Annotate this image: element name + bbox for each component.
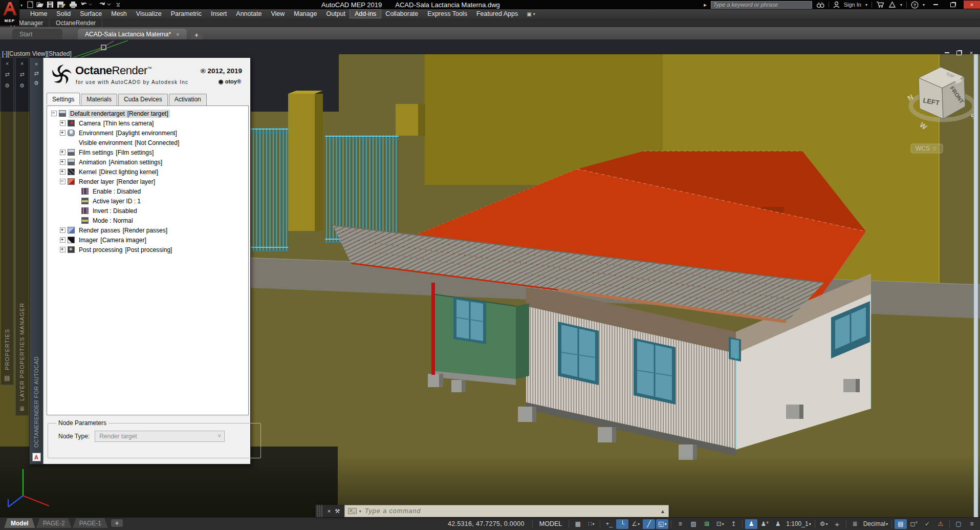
layout-tab-model[interactable]: Model [4,518,35,528]
clean-screen-button[interactable]: ▢ [952,519,965,529]
tree-item-mode[interactable]: Mode : Normal [47,216,248,225]
render-settings-tree[interactable]: Default rendertarget[Render target] Came… [47,105,249,415]
annotation-monitor-toggle[interactable]: + [831,519,843,529]
expand-icon[interactable] [60,247,66,252]
tree-item-imager[interactable]: Imager[Camera imager] [47,235,248,245]
undo-dropdown-icon[interactable] [89,4,92,5]
command-input[interactable] [364,507,658,515]
tree-item-post-processing[interactable]: Post processing[Post processing] [47,245,248,255]
units-icon[interactable]: ≣ [849,519,861,529]
collapse-icon[interactable] [60,179,66,184]
node-type-select[interactable]: Render target [95,431,225,442]
plot-icon[interactable] [70,2,77,8]
tree-item-render-passes[interactable]: Render passes[Render passes] [47,225,248,235]
command-history-expand-icon[interactable]: ▲ [660,508,665,514]
tree-item-film-settings[interactable]: Film settings[Film settings] [47,147,248,157]
properties-palette-bar[interactable]: × ⇄ ⚙ PROPERTIES ▤ [1,57,14,385]
qat-customize-icon[interactable] [117,3,120,6]
quick-properties-toggle[interactable]: ▤ [895,519,907,529]
tree-item-invert[interactable]: Invert : Disabled [47,206,248,216]
selection-cycling-toggle[interactable]: ⊞ [701,519,713,529]
dynamic-ucs-toggle[interactable]: ↥ [727,519,739,529]
palette-autohide-icon[interactable]: ⇄ [34,70,38,77]
octane-tab-activation[interactable]: Activation [169,94,207,105]
palette-close-icon[interactable]: × [5,60,10,67]
ribbon-tab-view[interactable]: View [266,10,289,18]
grid-toggle[interactable]: ▦ [572,519,584,529]
dynamic-input-toggle[interactable]: +_ [603,519,615,529]
app-store-cart-icon[interactable] [876,1,884,8]
expand-icon[interactable] [60,159,66,165]
autocad-app-button[interactable]: MEP [0,0,19,26]
ribbon-tab-insert[interactable]: Insert [206,10,231,18]
customization-button[interactable]: ≡ [966,519,978,529]
command-close-icon[interactable]: × [328,508,331,514]
tree-item-visible-environment[interactable]: Visible environment[Not Connected] [47,138,248,147]
collapse-icon[interactable] [51,111,57,116]
undo-icon[interactable] [81,1,86,5]
command-customize-wrench-icon[interactable]: ⚒ [335,508,340,515]
annotation-visibility-toggle[interactable]: ♟ [745,519,757,529]
redo-dropdown-icon[interactable] [107,4,111,5]
ribbon-tab-featured-apps[interactable]: Featured Apps [472,10,522,18]
recent-commands-dropdown-icon[interactable]: ▾ [359,509,361,514]
ribbon-tab-annotate[interactable]: Annotate [231,10,266,18]
layer-manager-palette-bar[interactable]: × ⇄ ⚙ LAYER PROPERTIES MANAGER ≣ [15,57,29,416]
workspace-switching-button[interactable]: ⚙▾ [818,519,830,529]
snap-mode-toggle[interactable]: ∷▾ [585,519,597,529]
command-bar-grip[interactable] [316,505,323,517]
autodesk-dropdown-icon[interactable]: ▾ [900,3,902,7]
minimize-button[interactable] [929,1,942,9]
octane-tab-materials[interactable]: Materials [81,94,117,105]
osnap-dropdown-icon[interactable]: ▾ [664,522,666,526]
user-icon[interactable] [833,1,840,8]
hardware-acceleration-button[interactable]: ⚠ [934,519,947,529]
autodesk-logo-icon[interactable] [888,1,896,8]
command-prompt-icon[interactable]: >_ [348,508,357,514]
tree-item-enable[interactable]: Enable : Disabled [47,186,248,196]
restore-button[interactable] [946,1,960,9]
expand-icon[interactable] [60,169,66,175]
ribbon-tab-surface[interactable]: Surface [75,10,106,18]
transparency-toggle[interactable]: ▨ [687,519,700,529]
ribbon-tab-add-ins[interactable]: Add-ins [350,10,381,18]
new-file-icon[interactable] [28,2,33,8]
3d-object-snap-toggle[interactable]: ⊡▾ [714,519,726,529]
new-layout-button[interactable]: + [111,519,123,527]
ribbon-tab-parametric[interactable]: Parametric [166,10,206,18]
model-space-button[interactable]: MODEL [535,520,566,528]
graphics-performance-button[interactable]: ✓ [921,519,933,529]
file-tab-close-icon[interactable]: × [176,31,179,37]
open-icon[interactable] [37,3,43,7]
drawing-restore-button[interactable] [955,50,963,56]
annotation-scale-button[interactable]: ♟ [772,519,784,529]
ribbon-tab-collaborate[interactable]: Collaborate [381,10,423,18]
polar-dropdown-icon[interactable]: ▾ [638,522,640,526]
palette-settings-icon[interactable]: ⚙ [19,82,25,89]
ribbon-tab-express-tools[interactable]: Express Tools [423,10,472,18]
layout-tab-page-1[interactable]: PAGE-1 [73,518,108,528]
lineweight-toggle[interactable]: ≡ [674,519,686,529]
snap-dropdown-icon[interactable]: ▾ [593,522,595,526]
annotation-autoscale-toggle[interactable]: ♟* [758,519,771,529]
octane-tab-cuda-devices[interactable]: Cuda Devices [118,94,168,105]
ribbon-tab-output[interactable]: Output [321,10,350,18]
tree-item-camera[interactable]: Camera[Thin lens camera] [47,118,248,128]
file-tab-document[interactable]: ACAD-Sala Lactancia Materna* × [78,29,187,39]
palette-autohide-icon[interactable]: ⇄ [19,71,25,78]
help-dropdown-icon[interactable]: ▾ [923,3,925,7]
panel-octanerender[interactable]: OctaneRender [50,18,102,27]
ribbon-camera-icon[interactable]: ▣ [527,11,531,17]
tree-item-rendertarget[interactable]: Default rendertarget[Render target] [47,109,248,118]
help-icon[interactable]: ? [911,1,919,9]
annotation-scale-value[interactable]: 1:100_1▾ [785,519,812,529]
save-as-icon[interactable] [57,2,66,8]
command-line-bar[interactable]: × ⚒ >_ ▾ ▲ [316,505,669,517]
drawing-minimize-button[interactable] [943,50,950,56]
close-button[interactable]: × [964,1,980,9]
isometric-drafting-toggle[interactable]: ╱ [643,519,655,529]
palette-settings-icon[interactable]: ⚙ [34,80,39,87]
units-value[interactable]: Decimal▾ [862,519,889,529]
octane-palette-titlebar[interactable]: × ⇄ ⚙ OCTANERENDER FOR AUTOCAD A [30,58,43,464]
ribbon-tab-visualize[interactable]: Visualize [132,10,166,18]
